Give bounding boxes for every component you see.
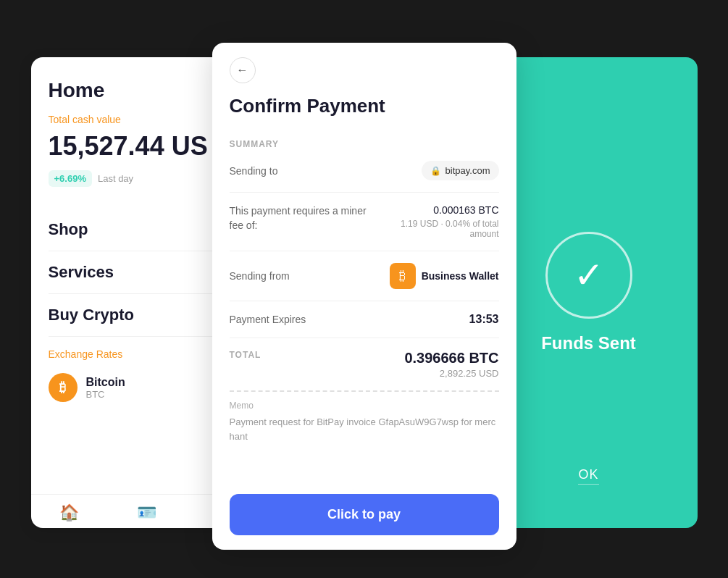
checkmark-icon: ✓ <box>574 257 604 293</box>
memo-section: Memo Payment request for BitPay invoice … <box>230 392 499 452</box>
click-to-pay-button[interactable]: Click to pay <box>230 494 499 535</box>
memo-text: Payment request for BitPay invoice GfapA… <box>230 415 499 443</box>
bitcoin-icon: ₿ <box>49 373 78 402</box>
wallet-icon: ₿ <box>390 263 416 289</box>
summary-label: SUMMARY <box>212 139 516 149</box>
total-usd: 2,892.25 USD <box>404 368 498 379</box>
sending-to-label: Sending to <box>230 165 422 177</box>
total-btc: 0.396666 BTC <box>404 350 498 367</box>
payment-expires-label: Payment Expires <box>230 314 469 325</box>
confirm-title: Confirm Payment <box>230 95 499 117</box>
change-percent: +6.69% <box>49 170 92 187</box>
change-badge: +6.69% Last day <box>49 170 134 187</box>
bitpay-badge: 🔒 bitpay.com <box>422 161 499 180</box>
confirm-body: Sending to 🔒 bitpay.com This payment req… <box>212 149 516 494</box>
scene: ✓ Funds Sent OK ← Confirm Payment SUMMAR… <box>31 28 698 550</box>
bottom-nav-wallet[interactable]: 🪪 <box>108 503 185 522</box>
last-day-label: Last day <box>98 173 133 184</box>
payment-expires-value: 13:53 <box>469 313 499 326</box>
sending-from-label: Sending from <box>230 270 390 282</box>
miner-fee-row: This payment requires a miner fee of: 0.… <box>230 193 499 251</box>
miner-fee-btc: 0.000163 BTC <box>375 204 499 216</box>
wallet-name: Business Wallet <box>422 270 499 282</box>
bitcoin-code: BTC <box>86 389 125 400</box>
bitpay-url: bitpay.com <box>445 165 490 176</box>
sending-from-row: Sending from ₿ Business Wallet <box>230 251 499 301</box>
bitcoin-name: Bitcoin <box>86 376 125 389</box>
confirm-header: ← Confirm Payment <box>212 43 516 125</box>
sending-from-value: ₿ Business Wallet <box>390 263 499 289</box>
miner-fee-usd: 1.19 USD · 0.04% of total amount <box>375 219 499 239</box>
ok-button[interactable]: OK <box>578 467 598 485</box>
miner-fee-label: This payment requires a miner fee of: <box>230 204 375 233</box>
back-icon: ← <box>237 64 248 77</box>
funds-sent-text: Funds Sent <box>541 333 636 353</box>
total-row: TOTAL 0.396666 BTC 2,892.25 USD <box>230 338 499 392</box>
back-button[interactable]: ← <box>230 57 256 83</box>
lock-icon: 🔒 <box>430 166 441 176</box>
sending-to-row: Sending to 🔒 bitpay.com <box>230 149 499 193</box>
total-label: TOTAL <box>230 350 262 360</box>
confirm-payment-panel: ← Confirm Payment SUMMARY Sending to 🔒 b… <box>212 43 516 550</box>
memo-label: Memo <box>230 401 499 411</box>
payment-expires-row: Payment Expires 13:53 <box>230 301 499 338</box>
success-circle: ✓ <box>545 232 632 319</box>
bottom-nav-home[interactable]: 🏠 <box>31 503 109 522</box>
